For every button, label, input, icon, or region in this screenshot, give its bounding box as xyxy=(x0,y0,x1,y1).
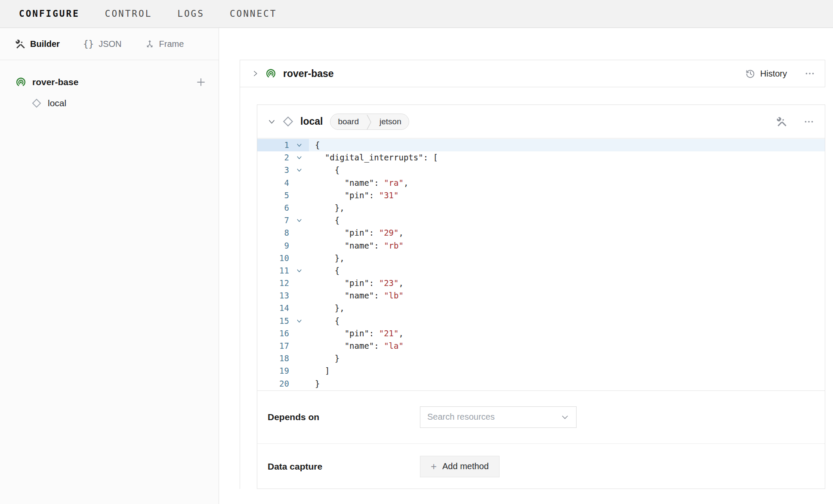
line-code[interactable]: "pin": "23", xyxy=(309,277,825,289)
plus-icon: + xyxy=(431,461,437,472)
line-number: 8 xyxy=(257,227,289,239)
fold-spacer xyxy=(289,252,309,264)
editor-line[interactable]: 1{ xyxy=(257,139,825,151)
editor-line[interactable]: 2 "digital_interrupts": [ xyxy=(257,151,825,164)
line-number: 2 xyxy=(257,151,289,164)
line-number: 1 xyxy=(257,139,289,151)
history-button[interactable]: History xyxy=(745,68,787,79)
view-tab-json[interactable]: {} JSON xyxy=(83,39,122,49)
editor-line[interactable]: 17 "name": "la" xyxy=(257,340,825,352)
editor-line[interactable]: 11 { xyxy=(257,264,825,277)
editor-line[interactable]: 20} xyxy=(257,378,825,390)
editor-line[interactable]: 10 }, xyxy=(257,252,825,264)
view-tab-frame[interactable]: Frame xyxy=(145,39,184,49)
tab-configure[interactable]: CONFIGURE xyxy=(19,9,80,19)
editor-line[interactable]: 9 "name": "rb" xyxy=(257,240,825,252)
editor-line[interactable]: 7 { xyxy=(257,214,825,227)
fold-chevron-down-icon[interactable] xyxy=(289,151,309,164)
depends-on-label: Depends on xyxy=(268,412,420,422)
line-code[interactable]: "name": "ra", xyxy=(309,177,825,189)
resource-card-local: local board jetson xyxy=(257,104,825,489)
expand-machine-chevron-right-icon[interactable] xyxy=(250,70,261,77)
resource-more-menu-button[interactable] xyxy=(803,116,814,127)
line-code[interactable]: ] xyxy=(309,365,825,377)
editor-line[interactable]: 15 { xyxy=(257,315,825,327)
fold-spacer xyxy=(289,177,309,189)
tools-icon[interactable] xyxy=(776,116,787,127)
line-code[interactable]: }, xyxy=(309,252,825,264)
line-code[interactable]: { xyxy=(309,214,825,227)
machine-more-menu-button[interactable] xyxy=(804,68,815,79)
add-method-label: Add method xyxy=(442,461,489,471)
line-code[interactable]: "digital_interrupts": [ xyxy=(309,151,825,164)
fold-spacer xyxy=(289,302,309,314)
editor-line[interactable]: 6 }, xyxy=(257,202,825,214)
tab-control[interactable]: CONTROL xyxy=(105,9,152,19)
editor-line[interactable]: 5 "pin": "31" xyxy=(257,189,825,202)
line-number: 6 xyxy=(257,202,289,214)
fold-spacer xyxy=(289,202,309,214)
line-code[interactable]: { xyxy=(309,139,825,151)
axes-icon xyxy=(145,39,154,49)
editor-line[interactable]: 8 "pin": "29", xyxy=(257,227,825,239)
line-code[interactable]: "pin": "31" xyxy=(309,189,825,202)
editor-line[interactable]: 14 }, xyxy=(257,302,825,314)
line-number: 18 xyxy=(257,352,289,365)
tab-connect[interactable]: CONNECT xyxy=(230,9,277,19)
line-code[interactable]: }, xyxy=(309,302,825,314)
fold-chevron-down-icon[interactable] xyxy=(289,315,309,327)
line-code[interactable]: }, xyxy=(309,202,825,214)
line-code[interactable]: "name": "la" xyxy=(309,340,825,352)
fold-chevron-down-icon[interactable] xyxy=(289,139,309,151)
line-code[interactable]: { xyxy=(309,264,825,277)
collapse-resource-chevron-down-icon[interactable] xyxy=(266,117,277,126)
machine-online-icon xyxy=(15,77,27,88)
add-method-button[interactable]: + Add method xyxy=(420,456,500,477)
resource-group-rail: local board jetson xyxy=(240,87,825,489)
line-code[interactable]: { xyxy=(309,164,825,176)
add-resource-button[interactable] xyxy=(195,77,207,88)
fold-spacer xyxy=(289,240,309,252)
history-icon xyxy=(745,68,756,79)
line-code[interactable]: "name": "rb" xyxy=(309,240,825,252)
machine-card-title: rover-base xyxy=(283,68,745,80)
editor-line[interactable]: 19 ] xyxy=(257,365,825,377)
line-code[interactable]: } xyxy=(309,352,825,365)
fold-spacer xyxy=(289,340,309,352)
fold-chevron-down-icon[interactable] xyxy=(289,264,309,277)
tree-resource-name: local xyxy=(48,98,66,108)
code-editor[interactable]: 1{2 "digital_interrupts": [3 {4 "name": … xyxy=(257,138,825,391)
line-number: 17 xyxy=(257,340,289,352)
line-code[interactable]: } xyxy=(309,378,825,390)
line-number: 14 xyxy=(257,302,289,314)
depends-on-select[interactable]: Search resources xyxy=(420,406,577,428)
machine-card: rover-base History xyxy=(240,60,825,87)
line-number: 16 xyxy=(257,327,289,340)
tab-logs[interactable]: LOGS xyxy=(177,9,204,19)
resource-model: jetson xyxy=(372,114,409,129)
line-number: 20 xyxy=(257,378,289,390)
data-capture-label: Data capture xyxy=(268,461,420,472)
history-label: History xyxy=(760,69,787,79)
chevron-down-icon xyxy=(561,413,569,421)
fold-chevron-down-icon[interactable] xyxy=(289,214,309,227)
editor-line[interactable]: 12 "pin": "23", xyxy=(257,277,825,289)
fold-chevron-down-icon[interactable] xyxy=(289,164,309,176)
line-code[interactable]: "pin": "21", xyxy=(309,327,825,340)
editor-line[interactable]: 4 "name": "ra", xyxy=(257,177,825,189)
editor-line[interactable]: 13 "name": "lb" xyxy=(257,289,825,302)
tree-item-local[interactable]: local xyxy=(0,92,219,114)
line-number: 11 xyxy=(257,264,289,277)
line-code[interactable]: "name": "lb" xyxy=(309,289,825,302)
view-mode-tabs: Builder {} JSON Frame xyxy=(0,28,219,60)
editor-line[interactable]: 16 "pin": "21", xyxy=(257,327,825,340)
editor-line[interactable]: 18 } xyxy=(257,352,825,365)
tools-icon xyxy=(15,39,25,49)
line-code[interactable]: "pin": "29", xyxy=(309,227,825,239)
editor-line[interactable]: 3 { xyxy=(257,164,825,176)
tree-item-machine[interactable]: rover-base xyxy=(0,72,219,92)
line-code[interactable]: { xyxy=(309,315,825,327)
view-tab-builder[interactable]: Builder xyxy=(15,39,60,49)
diamond-icon xyxy=(31,98,42,108)
fold-spacer xyxy=(289,378,309,390)
